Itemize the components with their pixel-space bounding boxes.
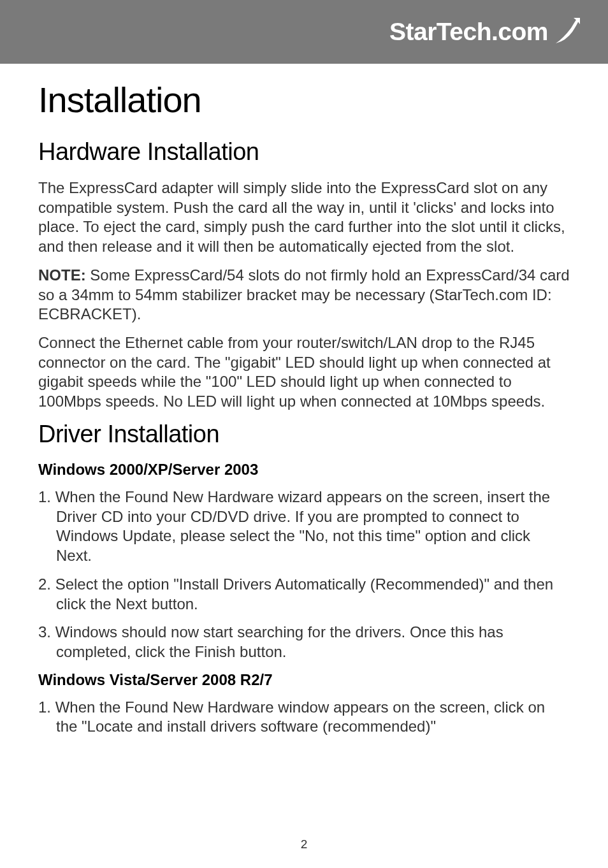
subheading-windows-2000: Windows 2000/XP/Server 2003 [38,461,570,479]
section-heading-driver: Driver Installation [38,421,570,448]
page-number: 2 [0,837,608,851]
brand-logo: StarTech.com [389,15,583,48]
swoosh-icon [552,15,583,48]
note-label: NOTE: [38,266,86,284]
paragraph-ethernet: Connect the Ethernet cable from your rou… [38,333,570,412]
note-body: Some ExpressCard/54 slots do not firmly … [38,266,570,322]
list-item: 1. When the Found New Hardware window ap… [38,698,570,737]
page-content: Installation Hardware Installation The E… [0,64,608,737]
subheading-windows-vista: Windows Vista/Server 2008 R2/7 [38,671,570,689]
logo-text: StarTech.com [389,18,548,46]
list-item: 2. Select the option "Install Drivers Au… [38,575,570,614]
paragraph-hardware-intro: The ExpressCard adapter will simply slid… [38,178,570,257]
page-title: Installation [38,79,570,120]
section-heading-hardware: Hardware Installation [38,138,570,166]
list-item: 3. Windows should now start searching fo… [38,623,570,662]
paragraph-note: NOTE: Some ExpressCard/54 slots do not f… [38,266,570,324]
list-item: 1. When the Found New Hardware wizard ap… [38,488,570,566]
header-band: StarTech.com [0,0,608,64]
